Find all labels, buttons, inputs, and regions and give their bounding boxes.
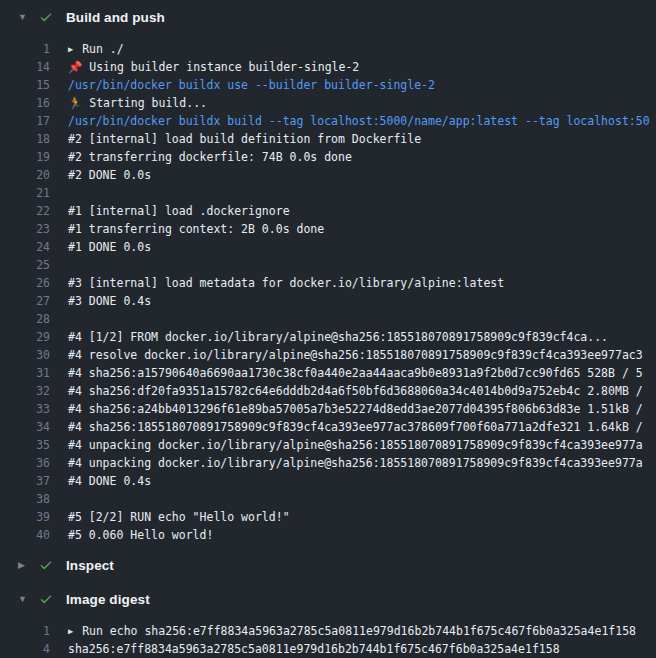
line-number[interactable]: 27	[0, 292, 50, 310]
line-number[interactable]: 28	[0, 310, 50, 328]
line-number[interactable]: 33	[0, 400, 50, 418]
line-number[interactable]: 34	[0, 418, 50, 436]
chevron-icon[interactable]: ▶	[18, 561, 30, 570]
line-number[interactable]: 32	[0, 382, 50, 400]
log-line: 36 #4 unpacking docker.io/library/alpine…	[0, 454, 656, 472]
chevron-icon[interactable]: ▼	[18, 13, 30, 22]
line-text: #5 0.060 Hello world!	[68, 526, 213, 544]
log-line: 28	[0, 310, 656, 328]
line-text: ▶Run ./	[68, 40, 124, 58]
step-title: Image digest	[66, 592, 150, 607]
line-number[interactable]: 31	[0, 364, 50, 382]
step-header[interactable]: ▼ Build and push	[0, 0, 656, 34]
log-line: 31 #4 sha256:a15790640a6690aa1730c38cf0a…	[0, 364, 656, 382]
line-text: ▶Run echo sha256:e7ff8834a5963a2785c5a08…	[68, 622, 636, 640]
line-number[interactable]: 35	[0, 436, 50, 454]
log-line: 34 #4 sha256:185518070891758909c9f839cf4…	[0, 418, 656, 436]
line-text: #4 sha256:a24bb4013296f61e89ba57005a7b3e…	[68, 400, 643, 418]
line-number[interactable]: 26	[0, 274, 50, 292]
line-number[interactable]: 29	[0, 328, 50, 346]
line-text: 🏃 Starting build...	[68, 94, 207, 112]
step-lines: 1 ▶Run echo sha256:e7ff8834a5963a2785c5a…	[0, 616, 656, 658]
log-line: 25	[0, 256, 656, 274]
log-line: 18 #2 [internal] load build definition f…	[0, 130, 656, 148]
line-text: #1 transferring context: 2B 0.0s done	[68, 220, 324, 238]
line-number[interactable]: 21	[0, 184, 50, 202]
line-text: /usr/bin/docker buildx build --tag local…	[68, 112, 650, 130]
line-number[interactable]: 25	[0, 256, 50, 274]
log-line: 15 /usr/bin/docker buildx use --builder …	[0, 76, 656, 94]
line-number[interactable]: 1	[0, 622, 50, 640]
log-line: 17 /usr/bin/docker buildx build --tag lo…	[0, 112, 656, 130]
line-text: #4 unpacking docker.io/library/alpine@sh…	[68, 436, 643, 454]
line-text: #3 DONE 0.4s	[68, 292, 151, 310]
line-text: #3 [internal] load metadata for docker.i…	[68, 274, 504, 292]
success-check-icon	[38, 591, 54, 607]
run-group-marker-icon[interactable]: ▶	[68, 45, 73, 54]
log-line: 29 #4 [1/2] FROM docker.io/library/alpin…	[0, 328, 656, 346]
line-number[interactable]: 17	[0, 112, 50, 130]
line-text: #4 unpacking docker.io/library/alpine@sh…	[68, 454, 643, 472]
line-number[interactable]: 37	[0, 472, 50, 490]
log-line: 26 #3 [internal] load metadata for docke…	[0, 274, 656, 292]
line-text: #4 sha256:a15790640a6690aa1730c38cf0a440…	[68, 364, 643, 382]
step-header[interactable]: ▶ Inspect	[0, 548, 656, 582]
line-number[interactable]: 19	[0, 148, 50, 166]
log-line: 24 #1 DONE 0.0s	[0, 238, 656, 256]
line-number[interactable]: 36	[0, 454, 50, 472]
step-section-build-and-push: ▼ Build and push 1 ▶Run ./ 14 📌 Using bu…	[0, 0, 656, 548]
line-text: #4 sha256:df20fa9351a15782c64e6dddb2d4a6…	[68, 382, 643, 400]
line-number[interactable]: 23	[0, 220, 50, 238]
line-text: #4 resolve docker.io/library/alpine@sha2…	[68, 346, 643, 364]
line-number[interactable]: 4	[0, 640, 50, 658]
line-text: #4 sha256:185518070891758909c9f839cf4ca3…	[68, 418, 643, 436]
line-text: #4 [1/2] FROM docker.io/library/alpine@s…	[68, 328, 608, 346]
step-title: Build and push	[66, 10, 165, 25]
line-text: #4 DONE 0.4s	[68, 472, 151, 490]
log-line: 19 #2 transferring dockerfile: 74B 0.0s …	[0, 148, 656, 166]
line-number[interactable]: 20	[0, 166, 50, 184]
log-line: 1 ▶Run echo sha256:e7ff8834a5963a2785c5a…	[0, 622, 656, 640]
line-number[interactable]: 39	[0, 508, 50, 526]
line-text: #2 DONE 0.0s	[68, 166, 151, 184]
log-line: 39 #5 [2/2] RUN echo "Hello world!"	[0, 508, 656, 526]
line-text: #1 DONE 0.0s	[68, 238, 151, 256]
line-text: 📌 Using builder instance builder-single-…	[68, 58, 359, 76]
log-line: 20 #2 DONE 0.0s	[0, 166, 656, 184]
line-text: sha256:e7ff8834a5963a2785c5a0811e979d16b…	[68, 640, 560, 658]
line-number[interactable]: 38	[0, 490, 50, 508]
success-check-icon	[38, 557, 54, 573]
line-number[interactable]: 30	[0, 346, 50, 364]
chevron-icon[interactable]: ▼	[18, 595, 30, 604]
line-number[interactable]: 15	[0, 76, 50, 94]
line-number[interactable]: 40	[0, 526, 50, 544]
line-text: #5 [2/2] RUN echo "Hello world!"	[68, 508, 290, 526]
actions-log-viewer: ▼ Build and push 1 ▶Run ./ 14 📌 Using bu…	[0, 0, 656, 658]
log-line: 1 ▶Run ./	[0, 40, 656, 58]
log-line: 22 #1 [internal] load .dockerignore	[0, 202, 656, 220]
line-text: #1 [internal] load .dockerignore	[68, 202, 290, 220]
step-header[interactable]: ▼ Image digest	[0, 582, 656, 616]
line-number[interactable]: 1	[0, 40, 50, 58]
step-section-image-digest: ▼ Image digest 1 ▶Run echo sha256:e7ff88…	[0, 582, 656, 658]
log-line: 32 #4 sha256:df20fa9351a15782c64e6dddb2d…	[0, 382, 656, 400]
run-group-marker-icon[interactable]: ▶	[68, 627, 73, 636]
line-number[interactable]: 18	[0, 130, 50, 148]
line-text: /usr/bin/docker buildx use --builder bui…	[68, 76, 435, 94]
line-number[interactable]: 22	[0, 202, 50, 220]
log-line: 16 🏃 Starting build...	[0, 94, 656, 112]
step-section-inspect: ▶ Inspect	[0, 548, 656, 582]
log-line: 30 #4 resolve docker.io/library/alpine@s…	[0, 346, 656, 364]
step-title: Inspect	[66, 558, 114, 573]
log-line: 14 📌 Using builder instance builder-sing…	[0, 58, 656, 76]
line-number[interactable]: 14	[0, 58, 50, 76]
log-line: 35 #4 unpacking docker.io/library/alpine…	[0, 436, 656, 454]
line-number[interactable]: 16	[0, 94, 50, 112]
log-line: 37 #4 DONE 0.4s	[0, 472, 656, 490]
log-line: 40 #5 0.060 Hello world!	[0, 526, 656, 544]
line-text: #2 [internal] load build definition from…	[68, 130, 421, 148]
line-text: #2 transferring dockerfile: 74B 0.0s don…	[68, 148, 352, 166]
log-line: 33 #4 sha256:a24bb4013296f61e89ba57005a7…	[0, 400, 656, 418]
log-line: 4 sha256:e7ff8834a5963a2785c5a0811e979d1…	[0, 640, 656, 658]
line-number[interactable]: 24	[0, 238, 50, 256]
